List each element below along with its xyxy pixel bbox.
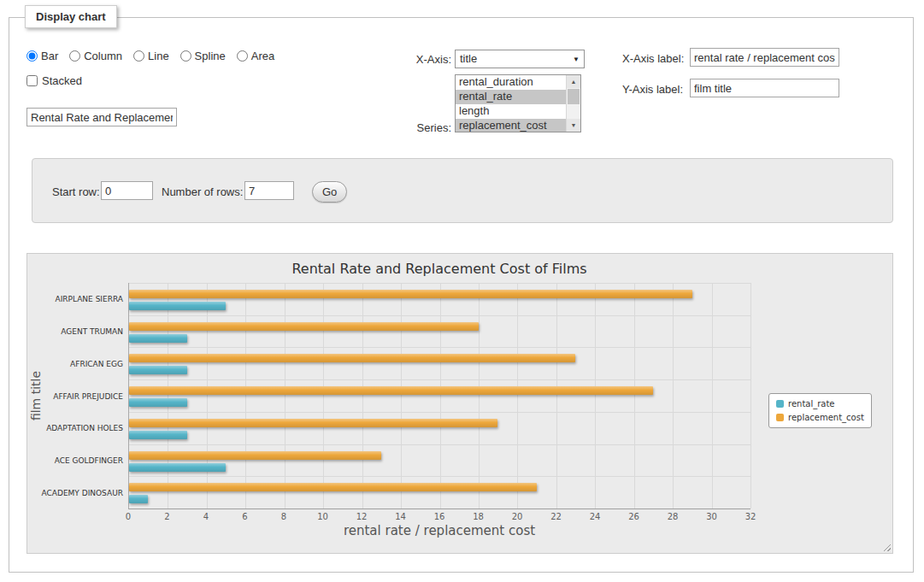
series-option-rental_rate[interactable]: rental_rate [456, 90, 566, 104]
category-label: AFFAIR PREJUDICE [53, 392, 123, 401]
chart-type-label: Spline [195, 50, 226, 62]
series-option-length[interactable]: length [456, 104, 566, 119]
x-axis-label-input[interactable] [690, 48, 839, 67]
y-axis-label-input[interactable] [690, 79, 839, 97]
bar-replacement_cost [129, 419, 497, 427]
x-tick-label: 2 [164, 512, 169, 521]
bar-rental_rate [129, 398, 187, 407]
scrollbar-down-button[interactable]: ▼ [567, 119, 580, 132]
x-tick-label: 22 [550, 512, 562, 521]
plot-rows: AIRPLANE SIERRAAGENT TRUMANAFRICAN EGGAF… [129, 283, 750, 509]
chart-type-option-column[interactable]: Column [69, 50, 122, 62]
x-tick-label: 0 [126, 512, 131, 521]
x-tick-label: 10 [317, 512, 328, 521]
chart-type-label: Line [148, 50, 169, 62]
bar-rental_rate [129, 302, 226, 310]
stacked-label: Stacked [42, 74, 82, 87]
stacked-option[interactable]: Stacked [26, 74, 82, 87]
chart-type-label: Area [251, 50, 274, 62]
legend-item-replacement_cost[interactable]: replacement_cost [776, 413, 864, 422]
chart-type-label: Column [84, 50, 122, 62]
bar-rental_rate [129, 463, 226, 472]
category-label: AIRPLANE SIERRA [55, 295, 123, 303]
x-tick-label: 24 [590, 512, 601, 521]
bar-replacement_cost [129, 322, 479, 331]
legend-swatch [776, 400, 784, 408]
chart-row: AGENT TRUMAN [129, 315, 750, 348]
category-label: ADAPTATION HOLES [46, 424, 123, 432]
number-of-rows-input[interactable] [244, 181, 294, 200]
legend-item-rental_rate[interactable]: rental_rate [776, 399, 864, 409]
gridline [750, 283, 751, 509]
chart-type-radio-column[interactable] [69, 50, 80, 62]
chart-x-axis-title: rental rate / replacement cost [128, 523, 750, 538]
x-axis-label-label: X-Axis label: [622, 52, 684, 65]
chart-row: ACADEMY DINOSAUR [129, 476, 750, 509]
chevron-down-icon: ▼ [573, 56, 580, 63]
chart-row: AFFAIR PREJUDICE [129, 379, 750, 412]
start-row-input[interactable] [101, 181, 153, 200]
chart-row: AIRPLANE SIERRA [129, 283, 750, 315]
y-axis-label-label: Y-Axis label: [622, 83, 683, 96]
chart-y-axis-title: film title [29, 371, 43, 420]
series-listbox: rental_durationrental_ratelengthreplacem… [456, 75, 566, 132]
x-tick-label: 30 [706, 512, 717, 521]
chart-title: Rental Rate and Replacement Cost of Film… [128, 261, 750, 277]
chart-type-option-line[interactable]: Line [133, 50, 169, 62]
series-scrollbar[interactable]: ▲ ▼ [566, 75, 580, 132]
chart-panel: Rental Rate and Replacement Cost of Film… [26, 253, 893, 554]
scrollbar-up-button[interactable]: ▲ [567, 75, 580, 88]
stacked-checkbox[interactable] [26, 75, 38, 86]
x-tick-label: 26 [628, 512, 639, 521]
bar-replacement_cost [129, 483, 537, 491]
category-label: AFRICAN EGG [70, 360, 123, 368]
bar-rental_rate [129, 366, 187, 374]
x-tick-label: 12 [356, 512, 368, 521]
bar-replacement_cost [129, 386, 653, 395]
x-tick-label: 28 [668, 512, 679, 521]
go-button[interactable]: Go [312, 181, 347, 203]
bar-replacement_cost [129, 354, 575, 362]
chart-type-option-spline[interactable]: Spline [180, 50, 226, 62]
scrollbar-thumb[interactable] [568, 89, 580, 104]
fieldset-legend: Display chart [25, 5, 117, 28]
x-axis-ticks: 02468101214161820222426283032 [128, 512, 750, 522]
legend-label: replacement_cost [788, 413, 864, 422]
category-label: ACADEMY DINOSAUR [42, 489, 123, 497]
category-label: ACE GOLDFINGER [55, 456, 123, 465]
chart-type-radio-spline[interactable] [180, 50, 191, 62]
category-label: AGENT TRUMAN [61, 327, 123, 336]
bar-rental_rate [129, 334, 187, 343]
chart-row: ACE GOLDFINGER [129, 444, 750, 477]
chart-type-radio-bar[interactable] [26, 50, 38, 62]
series-option-rental_duration[interactable]: rental_duration [456, 75, 566, 90]
x-tick-label: 14 [395, 512, 406, 521]
chart-row: AFRICAN EGG [129, 347, 750, 379]
display-chart-fieldset: Display chart BarColumnLineSplineArea St… [9, 17, 914, 573]
chart-row: ADAPTATION HOLES [129, 412, 750, 444]
x-tick-label: 8 [281, 512, 286, 521]
series-option-replacement_cost[interactable]: replacement_cost [456, 119, 566, 132]
chart-type-label: Bar [41, 50, 58, 62]
bar-replacement_cost [129, 290, 692, 298]
chart-type-radio-line[interactable] [133, 50, 144, 62]
x-tick-label: 32 [745, 512, 756, 521]
start-row-label: Start row: [52, 185, 100, 198]
chart-type-radio-area[interactable] [237, 50, 248, 62]
bar-rental_rate [129, 431, 187, 439]
chart-legend: rental_ratereplacement_cost [768, 393, 872, 428]
resize-handle[interactable] [881, 542, 891, 551]
bar-replacement_cost [129, 451, 381, 460]
chart-title-input[interactable] [26, 108, 177, 126]
row-controls-panel: Start row: Number of rows: Go [32, 158, 893, 223]
x-axis-select[interactable]: title ▼ [455, 50, 585, 68]
x-tick-label: 6 [242, 512, 247, 521]
chart-type-option-bar[interactable]: Bar [26, 50, 58, 62]
x-axis-select-label: X-Axis: [374, 53, 451, 66]
bar-rental_rate [129, 495, 148, 503]
legend-swatch [776, 414, 784, 421]
series-listbox-wrap: rental_durationrental_ratelengthreplacem… [455, 74, 581, 132]
x-tick-label: 16 [434, 512, 445, 521]
chart-type-option-area[interactable]: Area [237, 50, 274, 62]
x-tick-label: 18 [473, 512, 484, 521]
